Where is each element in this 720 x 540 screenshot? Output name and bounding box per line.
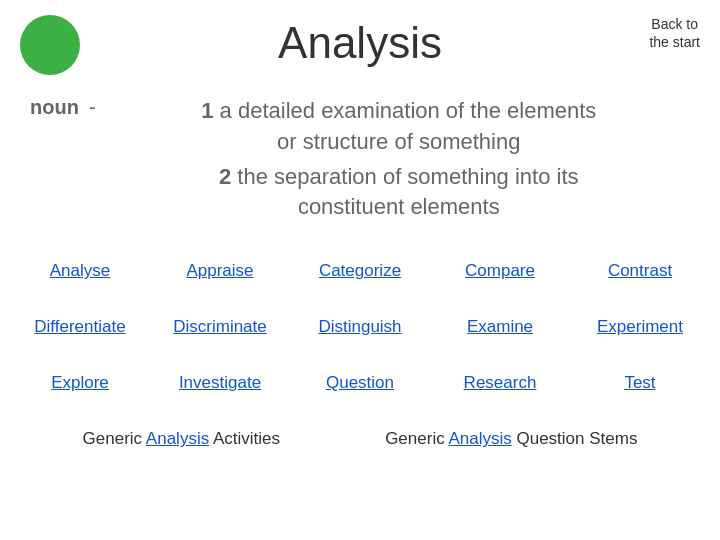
dash: -: [89, 96, 96, 119]
activities-suffix: Activities: [209, 429, 280, 448]
back-to-start-label: Back tothe start: [649, 16, 700, 50]
noun-label: noun: [30, 96, 79, 119]
link-examine[interactable]: Examine: [430, 309, 570, 345]
bottom-links: Generic Analysis Activities Generic Anal…: [0, 401, 720, 449]
links-row-2: Differentiate Discriminate Distinguish E…: [0, 289, 720, 345]
link-contrast[interactable]: Contrast: [570, 253, 710, 289]
link-research[interactable]: Research: [430, 365, 570, 401]
green-circle-logo: [20, 15, 80, 75]
link-question[interactable]: Question: [290, 365, 430, 401]
header: Analysis Back tothe start: [0, 0, 720, 78]
link-categorize[interactable]: Categorize: [290, 253, 430, 289]
link-compare[interactable]: Compare: [430, 253, 570, 289]
links-row-3: Explore Investigate Question Research Te…: [0, 345, 720, 401]
link-distinguish[interactable]: Distinguish: [290, 309, 430, 345]
def-number-1: 1: [201, 98, 213, 123]
stems-suffix: Question Stems: [512, 429, 638, 448]
stems-link-text[interactable]: Analysis: [448, 429, 511, 448]
link-appraise[interactable]: Appraise: [150, 253, 290, 289]
link-investigate[interactable]: Investigate: [150, 365, 290, 401]
link-discriminate[interactable]: Discriminate: [150, 309, 290, 345]
page-title: Analysis: [278, 18, 442, 68]
stems-link[interactable]: Generic Analysis Question Stems: [385, 429, 637, 449]
definition-area: noun - 1 a detailed examination of the e…: [0, 78, 720, 233]
activities-prefix: Generic: [83, 429, 146, 448]
def-text-1: a detailed examination of the elementsor…: [220, 98, 597, 154]
link-explore[interactable]: Explore: [10, 365, 150, 401]
link-differentiate[interactable]: Differentiate: [10, 309, 150, 345]
link-analyse[interactable]: Analyse: [10, 253, 150, 289]
activities-link[interactable]: Generic Analysis Activities: [83, 429, 280, 449]
def-number-2: 2: [219, 164, 231, 189]
definition-line2: 2 the separation of something into itsco…: [219, 162, 579, 224]
links-row-1: Analyse Appraise Categorize Compare Cont…: [0, 233, 720, 289]
definition-wrapper: 1 a detailed examination of the elements…: [108, 96, 690, 223]
back-to-start-link[interactable]: Back tothe start: [649, 15, 700, 51]
link-test[interactable]: Test: [570, 365, 710, 401]
stems-prefix: Generic: [385, 429, 448, 448]
definition-line1: 1 a detailed examination of the elements…: [201, 96, 596, 158]
def-text-2: the separation of something into itscons…: [237, 164, 578, 220]
activities-link-text[interactable]: Analysis: [146, 429, 209, 448]
link-experiment[interactable]: Experiment: [570, 309, 710, 345]
